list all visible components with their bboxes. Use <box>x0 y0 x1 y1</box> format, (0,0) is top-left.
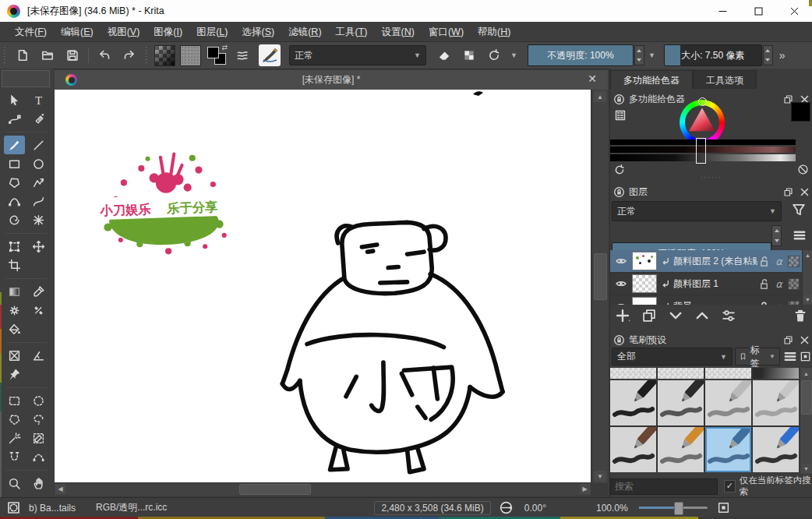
brush-scrollbar[interactable]: ▲ ▼ <box>800 368 812 474</box>
menu-帮助H[interactable]: 帮助(H) <box>471 22 517 42</box>
tool-magnetic-select[interactable] <box>4 447 25 466</box>
menu-视图V[interactable]: 视图(V) <box>101 22 147 42</box>
chevron-down-icon[interactable]: ▼ <box>507 51 521 59</box>
menu-编辑E[interactable]: 编辑(E) <box>54 22 101 42</box>
delete-layer-button[interactable] <box>793 308 808 323</box>
opacity-slider[interactable]: 不透明度: 100% <box>528 44 634 66</box>
brush-size-slider[interactable]: 大小: 7.50 像素 <box>664 44 762 66</box>
scope-checkbox[interactable]: ✓ <box>724 480 736 493</box>
layer-blending-dropdown[interactable]: 正常 ▼ <box>612 201 782 221</box>
layer-inherit-alpha-icon[interactable] <box>787 255 800 268</box>
selection-display-icon[interactable] <box>6 500 21 515</box>
tool-multibrush[interactable] <box>28 210 49 229</box>
layer-name[interactable]: 颜料图层 2 (来自粘贴) <box>673 255 757 268</box>
scroll-up-arrow[interactable]: ▲ <box>803 251 812 260</box>
menu-图层L[interactable]: 图层(L) <box>189 22 235 42</box>
add-layer-button[interactable] <box>615 308 630 323</box>
save-button[interactable] <box>62 45 83 65</box>
brush-view-menu-icon[interactable] <box>782 348 798 365</box>
swap-colors-icon[interactable]: ⇄ <box>221 44 228 51</box>
docker-lock-icon[interactable] <box>613 94 625 105</box>
brush-preset-partial[interactable] <box>753 368 799 379</box>
layer-name[interactable]: 颜料图层 1 <box>673 277 757 291</box>
tool-dynamic-brush[interactable] <box>4 210 25 229</box>
tool-crop[interactable] <box>4 256 25 274</box>
close-button[interactable] <box>776 0 812 22</box>
layer-inherit-alpha-icon[interactable] <box>787 277 800 291</box>
tool-reference-images[interactable] <box>4 365 25 383</box>
canvas-rotation-icon[interactable] <box>499 500 514 515</box>
tool-polygon[interactable] <box>4 173 25 192</box>
brush-preset-paint-brush-dark[interactable] <box>610 427 656 472</box>
layer-properties-button[interactable] <box>721 308 736 323</box>
minimize-button[interactable] <box>704 0 740 22</box>
close-docker-icon[interactable] <box>800 335 810 345</box>
edit-brush-settings-button[interactable] <box>259 44 281 66</box>
tool-freehand-path[interactable] <box>28 192 49 210</box>
color-bar-cursor[interactable] <box>696 138 706 164</box>
size-spinner[interactable] <box>763 45 773 65</box>
maximize-button[interactable] <box>740 0 776 22</box>
zoom-slider-handle[interactable] <box>674 502 683 515</box>
menu-设置N[interactable]: 设置(N) <box>375 22 422 42</box>
menu-窗口W[interactable]: 窗口(W) <box>422 22 471 42</box>
tool-smart-patch[interactable] <box>28 301 49 320</box>
layer-inherit-alpha-icon[interactable] <box>787 300 800 305</box>
new-document-button[interactable] <box>12 45 33 65</box>
layer-thumbnail[interactable] <box>632 274 657 293</box>
scroll-up-arrow[interactable]: ▲ <box>594 91 606 102</box>
layer-row[interactable]: 颜料图层 2 (来自粘贴)α <box>610 250 802 273</box>
brush-preset-blue-pencil[interactable] <box>753 427 799 472</box>
color-history-icon[interactable] <box>613 164 626 176</box>
toolbar-grip[interactable] <box>144 47 150 64</box>
tool-zoom[interactable] <box>4 474 25 493</box>
layer-thumbnail[interactable] <box>632 252 657 270</box>
move-layer-down-button[interactable] <box>668 308 683 323</box>
foreground-color[interactable] <box>207 47 219 58</box>
float-docker-icon[interactable] <box>783 187 793 197</box>
current-brush-name[interactable]: b) Ba...tails <box>29 503 76 514</box>
tag-button[interactable]: 标签 ▼ <box>735 348 780 365</box>
opacity-spinner[interactable] <box>634 45 644 65</box>
menu-图像I[interactable]: 图像(I) <box>147 22 189 42</box>
vertical-scrollbar[interactable]: ▲ ▼ <box>591 90 608 483</box>
layer-alpha-lock-icon[interactable]: α <box>772 255 786 268</box>
brush-preset-partial[interactable] <box>610 368 656 379</box>
tool-calligraphy[interactable] <box>28 109 49 128</box>
scroll-left-arrow[interactable]: ◀ <box>55 484 65 494</box>
tool-rect-select[interactable] <box>4 391 25 410</box>
brush-preset-watercolor-brush[interactable] <box>705 427 751 472</box>
docker-tab-tool-options[interactable]: 工具选项 <box>693 70 757 89</box>
zoom-fit-button[interactable] <box>717 501 730 514</box>
layer-lock-icon[interactable] <box>757 300 771 305</box>
tool-freehand-brush[interactable] <box>4 136 25 154</box>
toolbox-docker-tab[interactable] <box>2 70 50 87</box>
tool-measure[interactable] <box>28 346 49 365</box>
brush-preset-ink-pen-soft[interactable] <box>658 380 704 425</box>
open-button[interactable] <box>37 45 58 65</box>
pattern-swatch[interactable] <box>180 45 201 66</box>
brush-preset-silver-pen-soft[interactable] <box>753 380 799 425</box>
float-docker-icon[interactable] <box>783 335 793 345</box>
reload-preset-button[interactable] <box>484 45 504 65</box>
layer-visibility-icon[interactable] <box>610 300 632 305</box>
gradient-swatch[interactable] <box>154 45 175 66</box>
tool-freehand-select[interactable] <box>28 410 49 429</box>
menu-滤镜R[interactable]: 滤镜(R) <box>281 22 328 42</box>
docker-tab-color-selector[interactable]: 多功能拾色器 <box>610 70 693 89</box>
scroll-down-arrow[interactable]: ▼ <box>801 464 811 473</box>
scroll-right-arrow[interactable]: ▶ <box>580 484 590 494</box>
horizontal-scroll-thumb[interactable] <box>239 484 311 495</box>
redo-button[interactable] <box>119 45 139 65</box>
brush-search-input[interactable] <box>610 478 718 495</box>
tool-text[interactable]: T <box>28 90 49 109</box>
canvas-rotation-value[interactable]: 0.00° <box>524 503 546 514</box>
zoom-level-value[interactable]: 100.0% <box>596 503 628 514</box>
brush-preset-paint-brush-orange[interactable] <box>658 427 704 472</box>
tool-similar-select[interactable] <box>4 429 25 447</box>
chevron-down-icon[interactable]: ▼ <box>644 51 659 59</box>
tool-bezier-select[interactable] <box>28 447 49 466</box>
choose-brush-preset-button[interactable] <box>232 45 252 65</box>
scroll-down-arrow[interactable]: ▼ <box>594 471 606 482</box>
layer-row[interactable]: 颜料图层 1α <box>610 273 802 295</box>
